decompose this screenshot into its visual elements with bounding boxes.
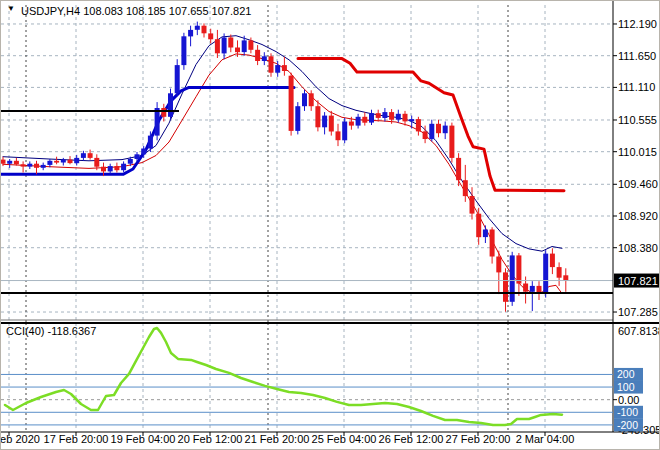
candle-body-bear (476, 214, 481, 238)
candle-body-bear (490, 230, 495, 257)
candle-body-bear (456, 158, 461, 180)
candle-body-bull (302, 93, 307, 106)
candle-body-bear (315, 106, 320, 127)
candle-body-bear (516, 255, 521, 283)
candle-body-bear (376, 113, 381, 118)
cci-level-badge-label: -200 (617, 419, 638, 431)
candle-body-bear (537, 286, 542, 293)
cci-scale-max: 607.8138 (618, 325, 660, 337)
candle-body-bear (215, 39, 220, 53)
time-axis-label: 17 Feb 20:00 (44, 433, 109, 445)
candle-body-bear (329, 116, 334, 132)
candle-body-bear (161, 108, 166, 117)
cci-level-badge-label: 100 (617, 381, 635, 393)
time-axis-label: 2 Mar 04:00 (516, 433, 575, 445)
candle-body-bull (41, 165, 46, 168)
time-axis-label: 19 Feb 04:00 (111, 433, 176, 445)
candle-body-bear (228, 38, 233, 48)
candle-body-bull (443, 126, 448, 134)
candle-body-bull (356, 117, 361, 126)
candle-body-bear (416, 119, 421, 131)
candle-body-bull (409, 119, 414, 121)
candle-body-bear (68, 160, 73, 164)
candle-body-bull (74, 158, 79, 163)
candle-body-bull (369, 113, 374, 122)
price-axis-label: 109.460 (618, 178, 658, 190)
candle-body-bull (195, 26, 200, 30)
candle-body-bull (135, 154, 140, 159)
candle-body-bear (362, 117, 367, 123)
candle-body-bull (121, 164, 126, 171)
price-axis-label: 110.555 (618, 114, 657, 126)
candle-body-bull (262, 56, 267, 61)
candle-body-bull (7, 161, 12, 164)
time-axis-label: 20 Feb 12:00 (178, 433, 243, 445)
time-axis-label: 25 Feb 04:00 (312, 433, 377, 445)
candle-body-bull (108, 166, 113, 171)
candle-body-bull (530, 286, 535, 292)
candle-body-bull (181, 36, 186, 65)
price-axis-label: 111.110 (618, 81, 655, 93)
candle-body-bull (148, 136, 153, 149)
candle-body-bull (81, 153, 86, 158)
candle-body-bear (269, 56, 274, 72)
price-chart-canvas[interactable]: 112.190111.650111.110110.555110.015109.4… (1, 1, 660, 450)
candle-body-bull (168, 93, 173, 117)
candle-body-bear (14, 161, 19, 165)
time-axis-label: 14 Feb 2020 (1, 433, 40, 445)
chart-title-ohlc: USDJPY,H4 108.083 108.185 107.655 107.82… (21, 5, 251, 17)
candle-body-bear (54, 161, 59, 163)
candle-body-bear (34, 164, 39, 168)
candle-body-bear (88, 153, 93, 158)
candle-body-bull (295, 106, 300, 131)
time-axis-label: 21 Feb 20:00 (245, 433, 310, 445)
candle-body-bull (429, 124, 434, 139)
candle-body-bear (563, 275, 568, 280)
candle-body-bear (248, 40, 253, 49)
candle-body-bear (550, 254, 555, 268)
candle-body-bull (483, 230, 488, 238)
candle-body-bear (255, 50, 260, 61)
time-axis-label: 27 Feb 20:00 (446, 433, 511, 445)
cci-indicator-label: CCI(40) -118.6367 (6, 325, 96, 337)
candle-body-bull (322, 116, 327, 128)
price-axis-label: 111.650 (618, 50, 656, 62)
candle-body-bear (235, 48, 240, 53)
candle-body-bear (496, 257, 501, 273)
cci-level-badge-label: -100 (617, 406, 638, 418)
candle-body-bear (449, 126, 454, 158)
price-axis-label: 112.190 (618, 18, 657, 30)
candle-body-bull (61, 160, 66, 163)
candle-body-bull (222, 38, 227, 54)
candle-body-bear (523, 284, 528, 292)
chart-window: 112.190111.650111.110110.555110.015109.4… (0, 0, 660, 450)
candle-body-bull (141, 149, 146, 155)
candle-body-bull (275, 65, 280, 73)
candle-body-bear (1, 160, 6, 164)
candle-body-bear (94, 158, 99, 167)
candle-body-bear (289, 76, 294, 131)
price-axis-label: 108.920 (618, 210, 658, 222)
candle-body-bull (342, 122, 347, 141)
candle-body-bear (503, 272, 508, 301)
candle-body-bear (309, 93, 314, 106)
candle-body-bull (175, 65, 180, 93)
candle-body-bear (21, 164, 26, 166)
candle-body-bear (470, 196, 475, 214)
current-price-label: 107.821 (618, 275, 658, 287)
candle-body-bear (403, 114, 408, 122)
price-axis-label: 107.285 (618, 306, 658, 318)
candle-body-bear (101, 167, 106, 172)
candle-body-bear (208, 33, 213, 39)
candle-body-bear (202, 26, 207, 34)
candle-body-bull (47, 161, 52, 165)
price-axis-label: 108.380 (618, 242, 658, 254)
candle-body-bear (336, 131, 341, 140)
candle-body-bull (188, 30, 193, 37)
candle-body-bear (557, 267, 562, 278)
candle-body-bull (382, 112, 387, 118)
chart-dropdown-icon[interactable]: ▼ (7, 4, 15, 13)
candle-body-bear (282, 65, 287, 71)
candle-body-bull (242, 40, 247, 52)
candle-body-bear (114, 166, 119, 170)
